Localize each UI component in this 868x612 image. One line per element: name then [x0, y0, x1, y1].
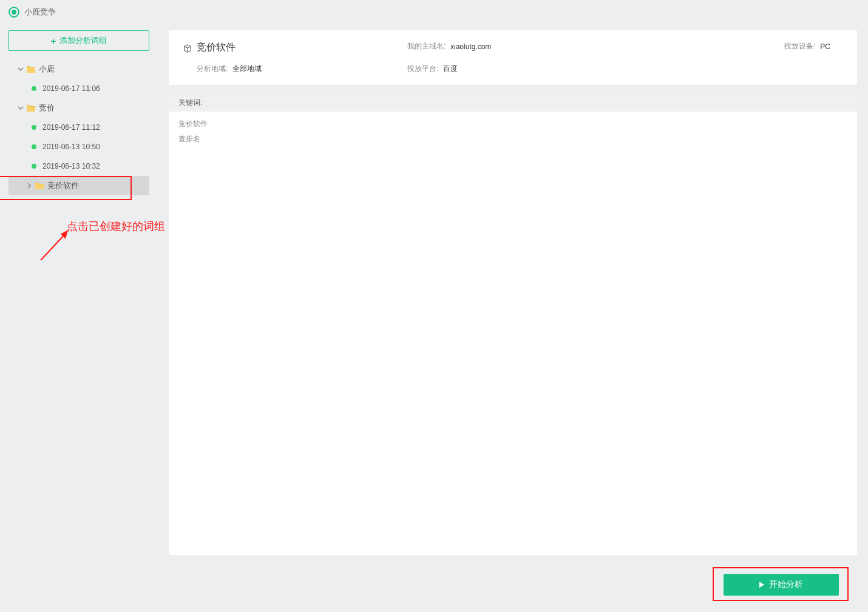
tree-folder-label: 竞价 — [39, 103, 55, 113]
tree-folder-label: 小鹿 — [39, 64, 55, 75]
action-bar: 开始分析 — [169, 563, 857, 606]
svg-line-0 — [41, 232, 67, 260]
domain-label: 我的主域名: — [407, 41, 446, 52]
play-icon — [759, 582, 764, 588]
status-dot-icon — [32, 125, 36, 130]
app-header: 小鹿竞争 — [0, 0, 868, 24]
tree-folder-selected[interactable]: 竞价软件 — [8, 176, 149, 195]
tree-leaf[interactable]: 2019-06-13 10:50 — [8, 137, 149, 156]
folder-icon — [27, 104, 35, 112]
plus-icon: + — [51, 36, 56, 46]
region-value: 全部地域 — [232, 64, 262, 74]
tree-leaf[interactable]: 2019-06-17 11:12 — [8, 118, 149, 137]
chevron-down-icon — [17, 105, 24, 111]
sidebar: + 添加分析词组 小鹿 2019-06-17 11:06 — [0, 24, 158, 612]
folder-icon — [35, 182, 44, 189]
tree-leaf-label: 2019-06-13 10:32 — [42, 162, 100, 170]
start-analysis-button[interactable]: 开始分析 — [724, 574, 839, 596]
add-analysis-group-button[interactable]: + 添加分析词组 — [8, 30, 149, 51]
tree-leaf[interactable]: 2019-06-13 10:32 — [8, 156, 149, 176]
keywords-panel: 关键词: 竞价软件 查排名 — [169, 93, 857, 555]
annotation-arrow-icon — [38, 227, 74, 263]
device-label: 投放设备: — [784, 41, 815, 52]
nav-tree: 小鹿 2019-06-17 11:06 竞价 — [8, 59, 149, 195]
platform-field: 投放平台: 百度 — [407, 64, 619, 74]
keywords-list: 竞价软件 查排名 — [169, 112, 857, 152]
status-dot-icon — [32, 86, 36, 91]
add-button-label: 添加分析词组 — [59, 35, 107, 46]
keyword-item: 竞价软件 — [178, 116, 847, 132]
chevron-right-icon — [25, 183, 33, 189]
tree-leaf[interactable]: 2019-06-17 11:06 — [8, 79, 149, 98]
main-panel: 竞价软件 我的主域名: xiaolutg.com 投放设备: PC 分析地域: … — [158, 24, 868, 612]
tree-folder-jingjia[interactable]: 竞价 — [8, 98, 149, 118]
region-field: 分析地域: 全部地域 — [183, 64, 395, 74]
keyword-item: 查排名 — [178, 132, 847, 147]
device-value: PC — [820, 42, 830, 51]
package-icon — [183, 44, 192, 52]
status-dot-icon — [32, 144, 36, 149]
device-field: 投放设备: PC — [784, 41, 843, 52]
status-dot-icon — [32, 164, 36, 169]
analysis-title: 竞价软件 — [183, 41, 395, 54]
platform-label: 投放平台: — [407, 64, 438, 74]
start-button-label: 开始分析 — [769, 579, 803, 590]
region-label: 分析地域: — [197, 64, 228, 74]
domain-field: 我的主域名: xiaolutg.com — [407, 41, 619, 52]
tree-leaf-label: 2019-06-17 11:12 — [42, 123, 100, 132]
analysis-title-text: 竞价软件 — [197, 41, 236, 54]
tree-folder-label: 竞价软件 — [47, 180, 79, 191]
folder-icon — [27, 66, 35, 73]
tree-leaf-label: 2019-06-17 11:06 — [42, 84, 100, 93]
app-title: 小鹿竞争 — [24, 7, 56, 18]
tree-leaf-label: 2019-06-13 10:50 — [42, 143, 100, 151]
tree-folder-xiaolu[interactable]: 小鹿 — [8, 59, 149, 79]
domain-value: xiaolutg.com — [450, 42, 491, 51]
analysis-summary-panel: 竞价软件 我的主域名: xiaolutg.com 投放设备: PC 分析地域: … — [169, 30, 857, 85]
app-logo-icon — [8, 7, 19, 18]
platform-value: 百度 — [443, 64, 458, 74]
chevron-down-icon — [17, 66, 24, 72]
keywords-header: 关键词: — [169, 93, 857, 112]
annotation-text: 点击已创建好的词组 — [67, 219, 165, 234]
